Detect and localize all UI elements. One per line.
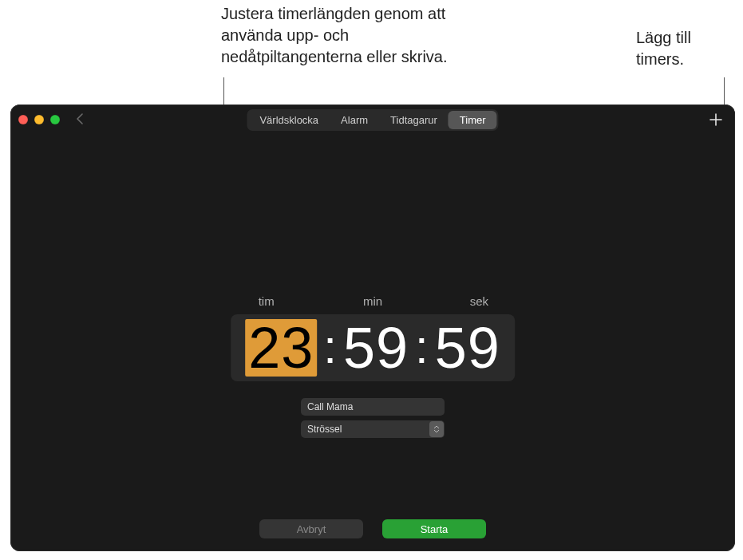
timer-duration-input[interactable]: 23 : 59 : 59 (231, 314, 515, 381)
back-button[interactable] (76, 113, 84, 127)
annotation-adjust-length: Justera timerlängden genom att använda u… (221, 3, 492, 68)
timer-content: tim min sek 23 : 59 : 59 Strössel (10, 135, 735, 551)
label-minutes: min (319, 294, 425, 308)
minimize-window-button[interactable] (34, 115, 44, 124)
label-seconds: sek (426, 294, 532, 308)
minutes-field[interactable]: 59 (343, 319, 409, 377)
select-stepper-icon (429, 421, 444, 437)
tab-alarm[interactable]: Alarm (330, 111, 379, 129)
add-timer-button[interactable] (708, 112, 724, 128)
hours-field[interactable]: 23 (245, 319, 317, 377)
close-window-button[interactable] (18, 115, 28, 124)
cancel-button[interactable]: Avbryt (259, 519, 363, 538)
bottom-button-bar: Avbryt Starta (10, 519, 735, 538)
zoom-window-button[interactable] (50, 115, 60, 124)
seconds-field[interactable]: 59 (435, 319, 500, 377)
timer-metadata-fields: Strössel (301, 398, 445, 438)
clock-app-window: Världsklocka Alarm Tidtagarur Timer tim … (10, 105, 735, 551)
start-button[interactable]: Starta (382, 519, 486, 538)
tab-world-clock[interactable]: Världsklocka (248, 111, 330, 129)
tab-stopwatch[interactable]: Tidtagarur (379, 111, 449, 129)
tab-timer[interactable]: Timer (449, 111, 497, 129)
window-controls (18, 115, 60, 124)
view-segmented-control: Världsklocka Alarm Tidtagarur Timer (247, 109, 498, 131)
timer-sound-value: Strössel (307, 424, 342, 435)
time-separator: : (323, 323, 337, 371)
timer-sound-select[interactable]: Strössel (301, 420, 445, 438)
time-separator: : (415, 323, 429, 371)
titlebar: Världsklocka Alarm Tidtagarur Timer (10, 105, 735, 135)
time-unit-labels: tim min sek (213, 294, 532, 308)
annotation-add-timers: Lägg till timers. (636, 27, 724, 70)
timer-label-input[interactable] (301, 398, 445, 416)
label-hours: tim (213, 294, 319, 308)
